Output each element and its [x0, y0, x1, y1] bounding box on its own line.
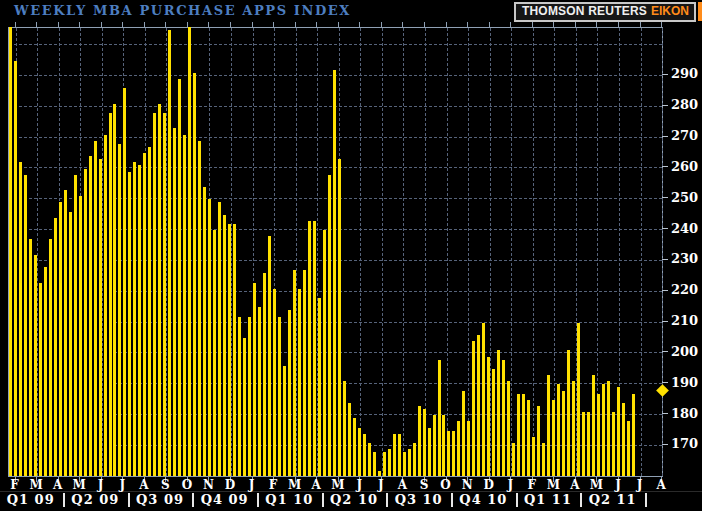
y-axis-label: 260 [671, 160, 698, 173]
bar [363, 434, 366, 476]
bar [268, 236, 271, 476]
bar [532, 437, 535, 476]
bar [487, 357, 490, 476]
bar [148, 147, 151, 476]
y-axis-tick [662, 382, 668, 383]
month-tick-top [381, 22, 382, 27]
bar [472, 341, 475, 476]
month-label: O [440, 479, 450, 491]
y-axis-label: 230 [671, 252, 698, 265]
bar [138, 165, 141, 476]
y-axis-tick [662, 136, 668, 137]
bar [258, 307, 261, 476]
quarter-separator [451, 493, 453, 507]
bar [213, 230, 216, 476]
bar [587, 412, 590, 476]
y-axis-tick [662, 290, 668, 291]
quarter-label: Q1 11 [524, 493, 572, 507]
bar [572, 381, 575, 476]
month-label: J [507, 479, 513, 491]
bar [49, 239, 52, 476]
quarter-label: Q4 10 [459, 493, 507, 507]
bar [278, 317, 281, 476]
month-tick-top [101, 22, 102, 27]
bar [433, 415, 436, 476]
month-label: N [462, 479, 473, 491]
month-label: F [528, 479, 537, 491]
bar [308, 221, 311, 476]
month-tick-top [316, 22, 317, 27]
bar [89, 156, 92, 476]
month-tick-top [252, 22, 253, 27]
bar [293, 270, 296, 476]
bar [418, 406, 421, 476]
bar [507, 381, 510, 476]
bar [562, 391, 565, 476]
y-axis-tick [662, 444, 668, 445]
month-label: A [656, 479, 665, 491]
month-tick-top [187, 22, 188, 27]
bar [263, 273, 266, 476]
bar [403, 452, 406, 476]
month-label: S [161, 479, 170, 491]
bar [438, 360, 441, 476]
month-label: A [570, 479, 579, 491]
bar [428, 428, 431, 476]
horizontal-gridline [9, 44, 662, 45]
thomson-reuters-eikon-logo: THOMSON REUTERSEIKON [514, 2, 696, 22]
bar [373, 452, 376, 476]
quarter-separator [322, 493, 324, 507]
bar [482, 323, 485, 476]
quarter-separator [128, 493, 130, 507]
month-tick-top [79, 22, 80, 27]
bar [118, 144, 121, 476]
month-label: J [119, 479, 125, 491]
month-tick-top [596, 22, 597, 27]
vertical-gridline [403, 28, 404, 476]
bar [24, 175, 27, 476]
month-label: S [420, 479, 429, 491]
bar [547, 375, 550, 476]
bar [253, 283, 256, 476]
quarter-label: Q3 09 [136, 493, 184, 507]
bar [313, 221, 316, 476]
bar [228, 224, 231, 476]
month-tick-top [165, 22, 166, 27]
month-tick-top [640, 22, 641, 27]
quarter-label: Q2 11 [589, 493, 637, 507]
bar [597, 394, 600, 476]
bar [567, 350, 570, 476]
month-tick-top [510, 22, 511, 27]
y-axis-tick [662, 74, 668, 75]
month-label: M [331, 479, 344, 491]
month-label: M [73, 479, 86, 491]
bar [348, 403, 351, 476]
bar [133, 162, 136, 476]
bar [218, 202, 221, 476]
month-label: N [203, 479, 214, 491]
month-label: M [29, 479, 42, 491]
quarter-label: Q2 10 [330, 493, 378, 507]
month-tick-top [661, 22, 662, 27]
y-axis-tick [662, 105, 668, 106]
bar [298, 289, 301, 476]
month-tick-top [489, 22, 490, 27]
bar [104, 135, 107, 476]
vertical-gridline [641, 28, 642, 476]
quarter-separator [192, 493, 194, 507]
bar [398, 434, 401, 476]
bar [163, 113, 166, 476]
month-label: D [225, 479, 235, 491]
bar [203, 187, 206, 476]
bar [502, 360, 505, 476]
month-label: J [615, 479, 621, 491]
bar [198, 141, 201, 476]
vertical-gridline [231, 28, 232, 476]
bar [353, 418, 356, 476]
bar [358, 428, 361, 476]
y-axis-tick [662, 351, 668, 352]
month-label: J [357, 479, 363, 491]
bar [99, 159, 102, 476]
bar [408, 449, 411, 476]
bar [208, 199, 211, 476]
